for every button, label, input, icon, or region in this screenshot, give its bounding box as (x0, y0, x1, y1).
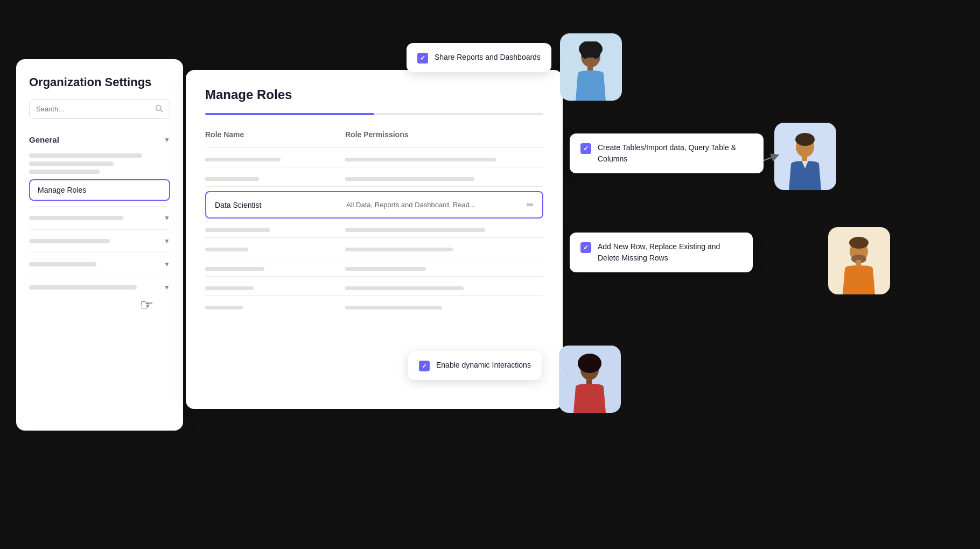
placeholder-line (345, 306, 442, 309)
search-icon (155, 104, 163, 114)
tooltip-share-reports-text: Share Reports and Dashboards (435, 52, 541, 63)
progress-bar (205, 113, 543, 115)
tooltip-enable-dynamic: Enable dynamic Interactions (408, 351, 542, 380)
avatar-4 (559, 346, 621, 413)
avatar-figure-1 (568, 41, 614, 101)
svg-rect-15 (856, 260, 861, 265)
general-label: General (29, 135, 59, 144)
placeholder-line (345, 228, 485, 232)
sidebar-line (29, 262, 96, 266)
svg-line-1 (160, 110, 163, 112)
placeholder-line (205, 248, 248, 251)
table-row (205, 300, 543, 315)
placeholder-line (205, 286, 254, 290)
svg-rect-18 (586, 378, 592, 384)
tooltip-create-tables: Create Tables/Import data, Query Table &… (570, 133, 764, 173)
chevron-down-icon: ▼ (164, 136, 170, 144)
avatar-figure-4 (567, 354, 613, 413)
checkbox-add-row[interactable] (580, 242, 591, 253)
general-section: General ▼ (29, 130, 170, 174)
table-row (205, 152, 543, 167)
manage-roles-item[interactable]: Manage Roles (29, 179, 170, 201)
svg-rect-9 (802, 156, 807, 161)
chevron-down-icon: ▼ (164, 237, 170, 245)
svg-point-5 (592, 46, 600, 59)
checkbox-create-tables[interactable] (580, 143, 591, 154)
table-divider (205, 257, 543, 257)
sidebar-section-row[interactable]: ▼ (29, 276, 170, 299)
col-role-name-header: Role Name (205, 130, 345, 139)
sidebar-panel: Organization Settings General ▼ Manage R… (16, 59, 183, 431)
tooltip-create-tables-text: Create Tables/Import data, Query Table &… (598, 142, 753, 165)
table-row (205, 281, 543, 295)
sidebar-line (29, 216, 123, 220)
table-divider (205, 167, 543, 167)
avatar-figure-2 (782, 131, 828, 190)
checkbox-share-reports[interactable] (417, 53, 428, 64)
page-title: Manage Roles (205, 87, 543, 102)
svg-point-17 (578, 354, 601, 373)
placeholder-line (205, 267, 264, 271)
tooltip-share-reports: Share Reports and Dashboards (407, 43, 551, 72)
placeholder-line (345, 286, 464, 290)
cursor-icon: ☞ (140, 296, 153, 314)
sidebar-section-row[interactable]: ▼ (29, 252, 170, 276)
col-role-perm-header: Role Permissions (345, 130, 543, 139)
chevron-down-icon: ▼ (164, 261, 170, 268)
placeholder-line (205, 158, 281, 161)
role-perm-cell: All Data, Reports and Dashboard, Read... (346, 201, 527, 209)
svg-point-4 (581, 46, 590, 59)
table-header: Role Name Role Permissions (205, 130, 543, 139)
svg-rect-6 (587, 65, 593, 71)
table-divider (205, 295, 543, 296)
sidebar-line (29, 161, 114, 166)
active-table-row[interactable]: Data Scientist All Data, Reports and Das… (205, 191, 543, 219)
svg-point-14 (849, 237, 869, 249)
table-row (205, 172, 543, 186)
table-row (205, 242, 543, 257)
table-divider (205, 147, 543, 148)
sidebar-line (29, 239, 110, 243)
chevron-down-icon: ▼ (164, 214, 170, 222)
tooltip-enable-dynamic-text: Enable dynamic Interactions (436, 360, 531, 371)
table-divider (205, 276, 543, 277)
sidebar-line (29, 285, 137, 290)
placeholder-line (205, 306, 243, 309)
tooltip-add-row: Add New Row, Replace Existing and Delete… (570, 233, 753, 272)
avatar-3 (828, 227, 890, 294)
sidebar-title: Organization Settings (29, 75, 170, 89)
avatar-1 (560, 33, 622, 101)
table-row (205, 262, 543, 276)
placeholder-line (345, 177, 474, 181)
tooltip-add-row-text: Add New Row, Replace Existing and Delete… (598, 241, 742, 264)
edit-icon[interactable]: ✏ (527, 200, 534, 210)
checkbox-enable-dynamic[interactable] (419, 361, 430, 371)
table-divider (205, 186, 543, 187)
placeholder-line (345, 248, 453, 251)
chevron-down-icon: ▼ (164, 284, 170, 291)
search-input[interactable] (36, 105, 155, 113)
placeholder-line (345, 267, 426, 271)
placeholder-line (345, 158, 496, 161)
role-name-cell: Data Scientist (215, 201, 346, 209)
sidebar-line (29, 170, 100, 174)
search-bar[interactable] (29, 99, 170, 119)
table-divider (205, 237, 543, 238)
svg-point-8 (795, 133, 815, 146)
sidebar-line (29, 153, 142, 158)
sidebar-section-row[interactable]: ▼ (29, 229, 170, 252)
progress-bar-fill (205, 113, 374, 115)
placeholder-line (205, 228, 270, 232)
general-section-header[interactable]: General ▼ (29, 130, 170, 150)
placeholder-line (205, 177, 259, 181)
avatar-2 (774, 123, 836, 190)
avatar-figure-3 (836, 235, 882, 294)
sidebar-section-row[interactable]: ▼ (29, 206, 170, 229)
sidebar-bottom-sections: ▼ ▼ ▼ ▼ (29, 206, 170, 299)
table-row (205, 223, 543, 237)
